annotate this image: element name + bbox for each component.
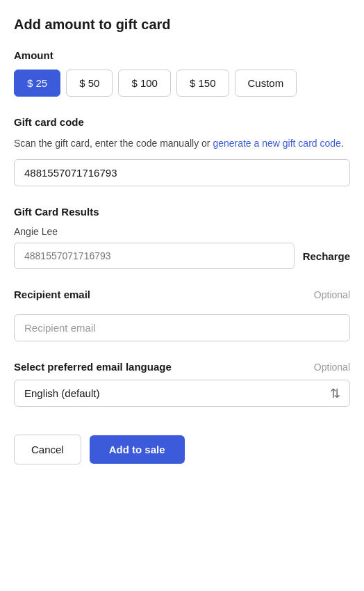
amount-buttons: $ 25$ 50$ 100$ 150Custom — [14, 70, 350, 97]
amount-button-custom[interactable]: Custom — [235, 70, 297, 97]
amount-button-25[interactable]: $ 25 — [14, 70, 60, 97]
amount-label: Amount — [14, 49, 350, 61]
gift-card-code-description: Scan the gift card, enter the code manua… — [14, 136, 350, 151]
recipient-email-optional: Optional — [314, 289, 350, 300]
amount-section: Amount $ 25$ 50$ 100$ 150Custom — [14, 49, 350, 97]
recipient-email-header: Recipient email Optional — [14, 289, 350, 300]
language-select-wrapper: English (default)FrenchGermanSpanishItal… — [14, 380, 350, 407]
results-row: Recharge — [14, 243, 350, 269]
amount-button-50[interactable]: $ 50 — [66, 70, 113, 97]
page-title: Add amount to gift card — [14, 17, 350, 33]
gift-card-code-label: Gift card code — [14, 116, 350, 128]
language-section: Select preferred email language Optional… — [14, 361, 350, 407]
generate-code-link[interactable]: generate a new gift card code — [213, 138, 340, 149]
description-plain: Scan the gift card, enter the code manua… — [14, 138, 213, 149]
recipient-email-label: Recipient email — [14, 289, 90, 300]
recipient-email-input[interactable] — [14, 314, 350, 341]
language-label: Select preferred email language — [14, 361, 172, 373]
add-to-sale-button[interactable]: Add to sale — [90, 435, 185, 464]
gift-card-code-input[interactable] — [14, 159, 350, 186]
gift-card-code-section: Gift card code Scan the gift card, enter… — [14, 116, 350, 186]
gift-card-results-section: Gift Card Results Angie Lee Recharge — [14, 206, 350, 269]
recipient-email-section: Recipient email Optional — [14, 289, 350, 341]
cancel-button[interactable]: Cancel — [14, 435, 81, 464]
language-select[interactable]: English (default)FrenchGermanSpanishItal… — [14, 380, 350, 407]
description-end: . — [341, 138, 344, 149]
language-optional: Optional — [314, 362, 350, 373]
gift-card-results-label: Gift Card Results — [14, 206, 350, 218]
amount-button-100[interactable]: $ 100 — [118, 70, 171, 97]
language-header: Select preferred email language Optional — [14, 361, 350, 373]
footer-buttons: Cancel Add to sale — [14, 435, 350, 464]
results-code-input[interactable] — [14, 243, 295, 269]
amount-button-150[interactable]: $ 150 — [176, 70, 229, 97]
recharge-button[interactable]: Recharge — [303, 250, 350, 262]
customer-name: Angie Lee — [14, 226, 350, 237]
